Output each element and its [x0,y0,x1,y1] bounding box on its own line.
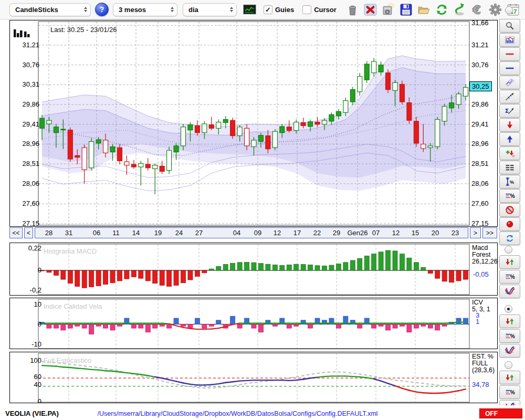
toolbar-radio[interactable] [505,6,513,14]
icv-info: ICV5, 3, 1 [472,299,490,313]
off-button[interactable]: OFF [479,408,522,418]
macd-watermark: Histgrama MACD [44,247,97,255]
range-select[interactable]: 3 mesos [113,3,177,16]
date-tick-label: 19 [148,229,169,237]
nav-next-button[interactable]: > [470,227,481,238]
stoch-percent-lines-button[interactable]: % [499,385,520,399]
indicator-chart-button[interactable] [499,33,520,47]
record-button[interactable] [499,217,520,231]
channel-button[interactable] [499,76,520,89]
icv-panel[interactable]: Indice Calidad Vela ICV5, 3, 1 31 100-10 [9,298,498,349]
stoch-value: 34,78 [472,381,489,388]
toolbar: CandleSticks ? 3 mesos dia ✓ Guies Curso… [0,0,525,19]
y-axis-label-left: 28,06 [22,180,39,187]
guies-checkbox[interactable]: ✓ Guies [264,5,294,14]
date-tick-label: 22 [307,229,328,237]
settings-icon[interactable] [488,3,502,17]
delete-icon[interactable] [363,3,377,17]
sync-icon[interactable] [453,3,467,17]
date-strip[interactable]: 2831061114192427040912172229Gen260712152… [35,227,468,238]
vertical-percent-button[interactable]: % [499,175,520,188]
date-tick-label: 28 [38,229,59,237]
nav-first-button[interactable]: << [9,227,23,238]
icv-curve-button[interactable] [499,344,520,358]
macd-axis-label: -0,2 [24,286,41,294]
y-axis-label-left: 28,96 [22,140,39,148]
y-axis-label-left: 31,21 [22,41,39,49]
stepper-icon [169,7,175,12]
svg-text:%: % [510,274,515,280]
date-tick-label: Gen26 [347,229,368,237]
stoch-watermark: Full Estocastico [44,356,91,364]
svg-text:€: € [472,3,481,16]
macd-signal-arrows-button[interactable] [499,255,520,269]
open-folder-icon[interactable] [417,3,431,17]
arrow-down-red-button[interactable] [499,118,520,132]
date-tick-label: 07 [365,229,386,237]
icv-percent-lines-button[interactable]: % [499,329,520,343]
interval-select[interactable]: dia [183,3,237,16]
euro-icon[interactable]: € [470,3,485,17]
stoch-signal-arrows-button[interactable] [499,371,520,384]
svg-text:%: % [510,193,515,199]
mini-chart-icon[interactable] [243,4,256,15]
macd-info: MacdForest26,12,26 [472,245,498,265]
macd-curve-button[interactable] [499,285,520,298]
blue-line-button[interactable] [499,61,520,75]
add-signal-button[interactable] [499,146,520,160]
red-line-button[interactable] [499,47,520,61]
stochastic-panel[interactable]: Full Estocastico EST. %FULL(28,3,6) 34,7… [9,352,498,403]
stoch-radio[interactable] [505,361,512,369]
y-axis-label-right: 31,66 [471,20,489,27]
y-axis-label-right: 28,96 [471,140,489,148]
svg-text:%: % [510,333,515,339]
stepper-icon [228,7,235,12]
date-tick-label: 31 [58,229,79,237]
trendline-button[interactable] [499,90,520,103]
icv-axis-label: 10 [24,300,41,308]
y-axis-label-left: 30,76 [22,61,39,69]
candlestick-chart-panel[interactable]: Last: 30.25 - 23/01/26 30,25 31,6631,213… [9,20,498,227]
snapshot-icon[interactable] [381,3,395,17]
nav-prev-button[interactable]: < [24,227,33,238]
date-tick-label: 11 [106,229,127,237]
checkbox-unchecked-icon [302,5,311,14]
svg-text:%: % [510,390,515,395]
help-button[interactable]: ? [95,3,109,16]
icv-watermark: Indice Calidad Vela [44,302,102,310]
refresh-blue-button[interactable] [499,232,520,245]
sum-trend-button[interactable]: Σ [499,104,520,118]
icv-values: 31 [476,312,479,325]
trash-icon[interactable] [345,3,360,17]
arrow-up-blue-button[interactable] [499,132,520,146]
stoch-axis-label: 100 [24,356,41,364]
refresh-icon[interactable] [435,3,449,17]
icv-signal-arrows-button[interactable] [499,314,520,328]
histogram-icon[interactable] [13,27,32,39]
percent-lines-button[interactable]: % [499,189,520,203]
icv-axis-label: 0 [24,320,41,328]
date-tick-label: 12 [385,229,406,237]
y-axis-label-right: 28,51 [471,160,489,167]
y-axis-label-right: 29,41 [471,120,489,128]
dashed-list-button[interactable] [499,161,520,174]
nav-last-button[interactable]: >> [482,227,497,238]
cursor-checkbox[interactable]: Cursor [302,5,337,14]
app-window: CandleSticks ? 3 mesos dia ✓ Guies Curso… [0,0,525,420]
candlestick-chart[interactable] [10,20,498,227]
forbidden-button[interactable] [499,203,520,217]
date-tick-label: 24 [169,229,190,237]
macd-panel[interactable]: Histgrama MACD MacdForest26,12,26 -0,05 … [9,243,498,296]
icv-radio[interactable] [505,305,512,313]
y-axis-label-left: 27,15 [22,219,39,227]
macd-percent-lines-button[interactable]: % [499,270,520,284]
save-icon[interactable] [399,3,413,17]
macd-radio[interactable] [505,246,512,254]
date-tick-label: 20 [425,229,446,237]
status-bar: VEOLIA (VIE.PA) /Users/mserra/Library/Cl… [0,405,525,420]
date-tick-label: 14 [125,229,146,237]
zoom-button[interactable] [499,19,520,33]
stepper-icon [82,7,89,12]
y-axis-label-right: 31,21 [471,41,489,49]
chart-type-select[interactable]: CandleSticks [9,3,91,16]
